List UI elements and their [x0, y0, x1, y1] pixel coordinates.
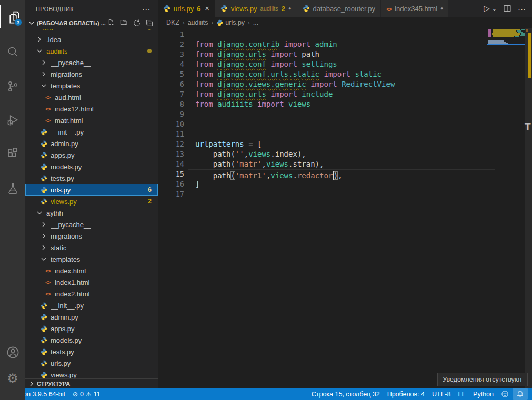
python-icon [41, 198, 47, 205]
new-folder-icon[interactable] [120, 19, 128, 27]
tree-item-label: urls.py [51, 360, 71, 367]
tree-item-migrations[interactable]: migrations [25, 68, 158, 80]
status-bar: Python 3.9.5 64-bit⊘0⚠11Строка 15, столб… [0, 388, 532, 400]
testing-icon[interactable] [0, 177, 25, 200]
tab-urls-py[interactable]: urls.py6× [158, 0, 215, 17]
tree-item--idea[interactable]: .idea [25, 34, 158, 45]
tree-item-models-py[interactable]: models.py [25, 334, 158, 346]
code-line: path('matr1',views.redactor), [195, 169, 343, 179]
tree-item-label: index12.html [55, 105, 94, 113]
line-number: 8 [158, 99, 184, 109]
tree-item-models-py[interactable]: models.py [25, 161, 158, 172]
tree-item-tests-py[interactable]: tests.py [25, 172, 158, 184]
python-icon [216, 19, 223, 26]
indent-guide [77, 85, 77, 119]
breadcrumb-item[interactable]: DKZ [166, 19, 179, 26]
line-number: 3 [158, 49, 184, 59]
breadcrumb-item[interactable]: urls.py [225, 19, 245, 26]
split-editor-icon[interactable] [503, 4, 511, 13]
activity-bar: 3⚙ [0, 0, 25, 400]
tree-item-audiiits[interactable]: audiiits [25, 45, 158, 57]
editor-scrollbar[interactable] [525, 28, 532, 388]
status-cursor-position[interactable]: Строка 15, столбец 32 [308, 388, 384, 400]
breadcrumb[interactable]: DKZ›audiiits› urls.py›... [158, 17, 532, 28]
tree-item-dkz[interactable]: DKZ [25, 29, 158, 34]
breadcrumb-separator: › [212, 19, 214, 26]
extensions-icon[interactable] [0, 142, 25, 165]
tree-item-static[interactable]: static [25, 242, 158, 253]
tree-item-index-html[interactable]: <>index.html [25, 265, 158, 276]
outline-section-header[interactable]: СТРУКТУРА [25, 378, 158, 388]
minimap[interactable] [488, 29, 525, 45]
tree-item--pycache-[interactable]: __pycache__ [25, 219, 158, 230]
run-button[interactable]: ▷ [484, 4, 490, 13]
search-icon[interactable] [0, 40, 25, 63]
feedback-icon[interactable] [497, 388, 513, 400]
python-icon [303, 5, 310, 12]
close-icon[interactable]: × [205, 4, 209, 13]
python-icon [41, 129, 47, 136]
notifications-bell-icon[interactable] [513, 388, 528, 400]
accounts-icon[interactable] [0, 341, 25, 364]
run-dropdown-icon[interactable]: ⌄ [492, 5, 497, 12]
tree-item--pycache-[interactable]: __pycache__ [25, 57, 158, 68]
status-encoding[interactable]: UTF-8 [428, 388, 454, 400]
tab-database-roouter-py[interactable]: database_roouter.py [297, 0, 382, 17]
html-icon: <> [45, 106, 51, 112]
tree-item-apps-py[interactable]: apps.py [25, 149, 158, 161]
tree-item-index2-html[interactable]: <>index2.html [25, 288, 158, 300]
python-icon [163, 5, 170, 12]
tree-item--init-py[interactable]: __init__.py [25, 126, 158, 138]
settings-gear-icon[interactable]: ⚙ [0, 367, 25, 390]
status-indentation[interactable]: Пробелов: 4 [384, 388, 428, 400]
overview-ruler-tick [526, 29, 528, 32]
status-problems[interactable]: ⊘0⚠11 [69, 388, 104, 400]
tree-item-templates[interactable]: templates [25, 80, 158, 91]
tree-item-index12-html[interactable]: <>index12.html [25, 103, 158, 115]
status-language-mode[interactable]: Python [469, 388, 497, 400]
tree-item--init-py[interactable]: __init__.py [25, 300, 158, 311]
explorer-more-actions-icon[interactable]: ··· [142, 4, 150, 13]
tree-item-aythh[interactable]: aythh [25, 207, 158, 219]
tree-item-urls-py[interactable]: urls.py [25, 357, 158, 369]
breadcrumb-item[interactable]: audiiits [188, 19, 208, 26]
tree-item-admin-py[interactable]: admin.py [25, 311, 158, 323]
status-eol[interactable]: LF [454, 388, 469, 400]
tree-item-migrations[interactable]: migrations [25, 230, 158, 242]
tab-index345-html[interactable]: <>index345.html● [381, 0, 449, 17]
tree-item-label: urls.py [51, 186, 71, 194]
tree-item-admin-py[interactable]: admin.py [25, 138, 158, 149]
tree-item-matr-html[interactable]: <>matr.html [25, 115, 158, 126]
tree-item-label: templates [51, 255, 80, 263]
tree-item-tests-py[interactable]: tests.py [25, 346, 158, 357]
breadcrumb-item[interactable]: ... [253, 19, 258, 26]
line-number: 7 [158, 89, 184, 99]
code-editor[interactable]: 12from django.contrib import admin3from … [158, 28, 532, 388]
source-control-icon[interactable] [0, 75, 25, 98]
tree-item-apps-py[interactable]: apps.py [25, 323, 158, 334]
tree-item-urls-py[interactable]: urls.py6 [25, 184, 158, 196]
tree-item-templates[interactable]: templates [25, 253, 158, 265]
workspace-section-header[interactable]: (РАБОЧАЯ ОБЛАСТЬ) ... [25, 17, 158, 29]
tree-item-views-py[interactable]: views.py2 [25, 196, 158, 207]
dirty-indicator[interactable]: ● [440, 6, 443, 11]
tab-label: views.py [231, 5, 257, 13]
new-file-icon[interactable] [107, 19, 116, 27]
tree-item-index1-html[interactable]: <>index1.html [25, 276, 158, 288]
refresh-icon[interactable] [133, 19, 141, 27]
collapse-all-icon[interactable] [145, 19, 154, 27]
tree-item-label: models.py [51, 336, 82, 344]
dirty-indicator[interactable]: ● [288, 6, 291, 11]
line-number: 1 [158, 29, 184, 39]
tab-views-py[interactable]: views.pyaudiiits2● [215, 0, 297, 17]
errors-icon: ⊘ [73, 391, 78, 398]
explorer-icon[interactable]: 3 [0, 5, 25, 28]
tree-item-views-py[interactable]: views.py [25, 369, 158, 378]
run-debug-icon[interactable] [0, 108, 25, 131]
tree-item-aud-html[interactable]: <>aud.html [25, 91, 158, 103]
code-line: from django.views.generic import Redirec… [195, 79, 395, 89]
vscode-window: 3⚙ ПРОВОДНИК ··· (РАБОЧАЯ ОБЛАСТЬ) ... D… [0, 0, 532, 400]
tab-bar: urls.py6× views.pyaudiiits2● database_ro… [158, 0, 532, 17]
more-actions-icon[interactable]: ··· [518, 4, 526, 13]
workspace-section-label: (РАБОЧАЯ ОБЛАСТЬ) ... [37, 20, 106, 26]
